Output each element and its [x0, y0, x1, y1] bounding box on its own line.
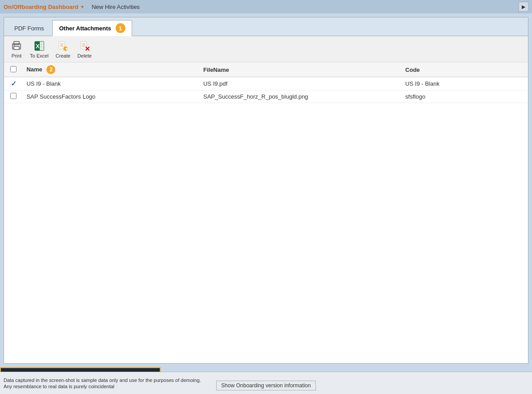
bottom-bar: Data captured in the screen-shot is samp…	[0, 372, 532, 394]
tab-pdf-forms-label: PDF Forms	[14, 25, 44, 32]
delete-icon	[79, 40, 91, 52]
row2-checkbox[interactable]	[10, 93, 17, 99]
table-area: Name 2 FileName Code ✓ US I9 - Blank US …	[4, 62, 528, 363]
print-button[interactable]: Print	[8, 39, 25, 59]
show-info-label: Show Onboarding version information	[221, 382, 311, 389]
tab-pdf-forms[interactable]: PDF Forms	[8, 22, 50, 34]
create-label: Create	[56, 53, 71, 58]
delete-label: Delete	[78, 53, 92, 58]
row2-checkbox-cell	[4, 91, 23, 103]
svg-point-3	[13, 45, 14, 46]
svg-text:X: X	[36, 43, 40, 50]
header-name: Name 2	[23, 62, 200, 77]
tab-other-attachments[interactable]: Other Attachments 1	[52, 20, 132, 36]
top-nav: On/Offboarding Dashboard ▼ New Hire Acti…	[0, 0, 532, 13]
excel-icon: X	[33, 40, 46, 52]
row1-filename: US I9.pdf	[200, 77, 402, 91]
name-badge: 2	[46, 65, 55, 74]
create-button[interactable]: ✦ Create	[53, 39, 73, 59]
chevron-down-icon: ▼	[80, 4, 85, 9]
expand-icon: ▶	[522, 4, 525, 10]
header-checkbox	[4, 62, 23, 77]
row2-filename: SAP_SuccessF_horz_R_pos_blugld.png	[200, 91, 402, 103]
create-icon: ✦	[57, 40, 69, 52]
dashboard-link[interactable]: On/Offboarding Dashboard ▼	[4, 4, 84, 10]
to-excel-button[interactable]: X To Excel	[27, 39, 51, 59]
attachments-table: Name 2 FileName Code ✓ US I9 - Blank US …	[4, 62, 528, 103]
svg-text:✦: ✦	[65, 46, 69, 51]
new-hire-link[interactable]: New Hire Activities	[91, 4, 140, 10]
row2-name: SAP SuccessFactors Logo	[23, 91, 200, 103]
tab-badge: 1	[116, 23, 125, 33]
show-info-button[interactable]: Show Onboarding version information	[216, 381, 316, 390]
row1-check-icon: ✓	[11, 80, 17, 87]
row1-name: US I9 - Blank	[23, 77, 200, 91]
row1-code: US I9 - Blank	[402, 77, 528, 91]
delete-button[interactable]: Delete	[75, 39, 95, 59]
print-icon	[10, 40, 23, 52]
svg-rect-2	[14, 46, 19, 50]
tabs-row: PDF Forms Other Attachments 1	[4, 17, 528, 36]
print-label: Print	[12, 53, 22, 58]
table-header-row: Name 2 FileName Code	[4, 62, 528, 77]
svg-rect-1	[14, 41, 19, 45]
toolbar: Print X To Excel	[4, 36, 528, 62]
table-row: ✓ US I9 - Blank US I9.pdf US I9 - Blank	[4, 77, 528, 91]
select-all-checkbox[interactable]	[10, 66, 17, 72]
row2-code: sfsflogo	[402, 91, 528, 103]
header-filename: FileName	[200, 62, 402, 77]
header-code: Code	[402, 62, 528, 77]
main-area: PDF Forms Other Attachments 1 Print	[0, 13, 532, 367]
expand-button[interactable]: ▶	[519, 2, 528, 12]
dashboard-label: On/Offboarding Dashboard	[4, 4, 79, 10]
table-row: SAP SuccessFactors Logo SAP_SuccessF_hor…	[4, 91, 528, 103]
content-panel: PDF Forms Other Attachments 1 Print	[4, 17, 528, 364]
to-excel-label: To Excel	[30, 53, 49, 58]
row1-checkbox-cell: ✓	[4, 77, 23, 91]
tab-other-attachments-label: Other Attachments	[59, 25, 111, 32]
